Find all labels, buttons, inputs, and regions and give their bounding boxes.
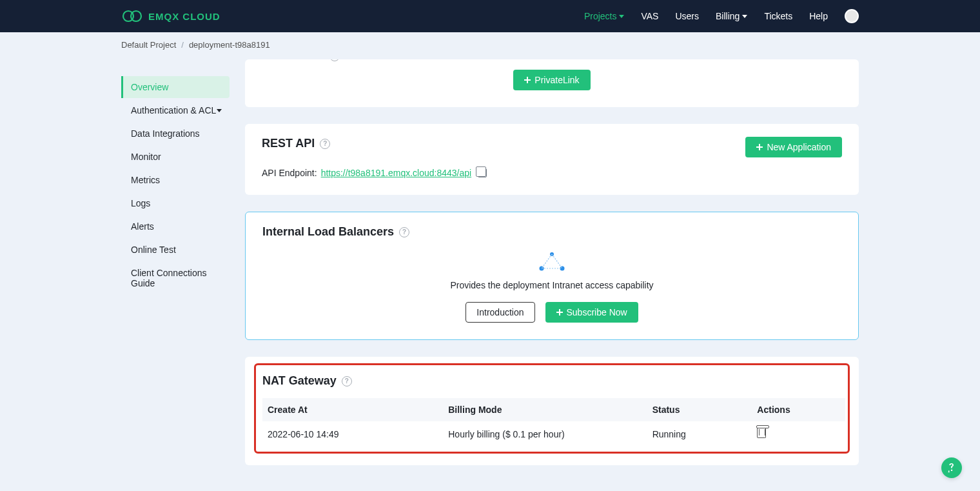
section-privatelink: PrivateLink ? PrivateLink bbox=[245, 59, 859, 107]
col-status: Status bbox=[647, 398, 752, 421]
sidebar-item-label: Client Connections Guide bbox=[131, 268, 222, 288]
introduction-button[interactable]: Introduction bbox=[466, 302, 534, 323]
section-title-cut: PrivateLink ? bbox=[262, 59, 842, 63]
privatelink-button[interactable]: PrivateLink bbox=[513, 70, 590, 90]
breadcrumb: Default Project / deployment-t98a8191 bbox=[0, 36, 980, 53]
network-icon bbox=[536, 250, 567, 272]
col-billing-mode: Billing Mode bbox=[443, 398, 647, 421]
nav-projects[interactable]: Projects bbox=[584, 11, 625, 21]
brand-name: EMQX CLOUD bbox=[148, 11, 220, 22]
nav-projects-label: Projects bbox=[584, 11, 617, 21]
sidebar-item-overview[interactable]: Overview bbox=[121, 76, 230, 98]
table-header-row: Create At Billing Mode Status Actions bbox=[262, 398, 845, 421]
table-row: 2022-06-10 14:49 Hourly billing ($ 0.1 p… bbox=[262, 421, 845, 446]
nav-right: Projects VAS Users Billing Tickets Help bbox=[584, 9, 859, 23]
col-create-at: Create At bbox=[262, 398, 443, 421]
help-icon[interactable]: ? bbox=[320, 139, 330, 149]
nat-gateway-table: Create At Billing Mode Status Actions 20… bbox=[262, 398, 845, 446]
sidebar-item-label: Overview bbox=[131, 82, 168, 92]
api-endpoint-url[interactable]: https://t98a8191.emqx.cloud:8443/api bbox=[321, 168, 472, 178]
section-rest-api: REST API ? New Application API Endpoint:… bbox=[245, 124, 859, 195]
introduction-label: Introduction bbox=[476, 307, 524, 317]
sidebar-item-monitor[interactable]: Monitor bbox=[121, 146, 230, 168]
nav-help-label: Help bbox=[809, 11, 828, 21]
section-nat-gateway-card: NAT Gateway ? Create At Billing Mode Sta… bbox=[245, 357, 859, 465]
sidebar-item-label: Logs bbox=[131, 198, 150, 208]
help-icon[interactable]: ? bbox=[342, 376, 352, 386]
sidebar-item-client-connections-guide[interactable]: Client Connections Guide bbox=[121, 262, 230, 294]
ilb-title-text: Internal Load Balancers bbox=[262, 225, 394, 239]
api-endpoint-row: API Endpoint: https://t98a8191.emqx.clou… bbox=[262, 168, 842, 178]
floating-help-button[interactable] bbox=[941, 457, 962, 478]
cell-actions bbox=[752, 421, 845, 446]
nav-tickets[interactable]: Tickets bbox=[764, 11, 792, 21]
privatelink-title-cut-text: PrivateLink bbox=[262, 59, 324, 63]
section-internal-load-balancers: Internal Load Balancers ? Provides the d… bbox=[245, 212, 859, 340]
nav-billing-label: Billing bbox=[716, 11, 740, 21]
ilb-description: Provides the deployment Intranet access … bbox=[262, 280, 841, 290]
chevron-down-icon bbox=[619, 15, 624, 18]
chevron-down-icon bbox=[742, 15, 747, 18]
nav-vas-label: VAS bbox=[641, 11, 658, 21]
section-title: Internal Load Balancers ? bbox=[262, 225, 841, 239]
sidebar-item-label: Monitor bbox=[131, 152, 161, 162]
sidebar-item-label: Metrics bbox=[131, 175, 160, 185]
svg-line-6 bbox=[552, 254, 562, 268]
help-icon[interactable]: ? bbox=[399, 227, 409, 237]
breadcrumb-separator: / bbox=[181, 40, 184, 50]
nav-help[interactable]: Help bbox=[809, 11, 828, 21]
nav-tickets-label: Tickets bbox=[764, 11, 792, 21]
sidebar-item-label: Online Test bbox=[131, 245, 176, 255]
sidebar-item-label: Authentication & ACL bbox=[131, 105, 216, 115]
sidebar: Overview Authentication & ACL Data Integ… bbox=[121, 59, 230, 296]
plus-icon bbox=[756, 144, 763, 150]
breadcrumb-current: deployment-t98a8191 bbox=[189, 40, 270, 50]
chevron-down-icon bbox=[217, 109, 222, 112]
subscribe-button[interactable]: Subscribe Now bbox=[545, 302, 638, 323]
new-application-button[interactable]: New Application bbox=[745, 137, 842, 157]
nat-gateway-highlighted: NAT Gateway ? Create At Billing Mode Sta… bbox=[254, 363, 850, 454]
copy-icon[interactable] bbox=[478, 168, 487, 177]
col-actions: Actions bbox=[752, 398, 845, 421]
help-icon[interactable]: ? bbox=[329, 59, 340, 61]
sidebar-item-label: Alerts bbox=[131, 221, 154, 232]
svg-line-5 bbox=[542, 254, 552, 268]
privatelink-button-label: PrivateLink bbox=[534, 75, 579, 85]
nav-billing[interactable]: Billing bbox=[716, 11, 747, 21]
page-body: Overview Authentication & ACL Data Integ… bbox=[0, 53, 980, 491]
cell-status: Running bbox=[647, 421, 752, 446]
subscribe-label: Subscribe Now bbox=[567, 307, 627, 317]
main-column: PrivateLink ? PrivateLink REST API ? bbox=[245, 59, 859, 482]
sidebar-item-metrics[interactable]: Metrics bbox=[121, 169, 230, 191]
nav-vas[interactable]: VAS bbox=[641, 11, 658, 21]
nav-users-label: Users bbox=[675, 11, 699, 21]
breadcrumb-root[interactable]: Default Project bbox=[121, 40, 176, 50]
sidebar-item-logs[interactable]: Logs bbox=[121, 192, 230, 214]
cell-billing-mode: Hourly billing ($ 0.1 per hour) bbox=[443, 421, 647, 446]
new-application-label: New Application bbox=[767, 142, 831, 152]
brand-logo-mark bbox=[121, 10, 143, 23]
sidebar-item-online-test[interactable]: Online Test bbox=[121, 239, 230, 261]
nav-users[interactable]: Users bbox=[675, 11, 699, 21]
sidebar-item-data-integrations[interactable]: Data Integrations bbox=[121, 123, 230, 145]
nat-title-text: NAT Gateway bbox=[262, 374, 337, 388]
section-title: NAT Gateway ? bbox=[262, 374, 845, 388]
plus-icon bbox=[524, 77, 531, 83]
avatar[interactable] bbox=[845, 9, 859, 23]
trash-icon[interactable] bbox=[757, 428, 766, 438]
sidebar-item-alerts[interactable]: Alerts bbox=[121, 215, 230, 237]
sidebar-item-auth-acl[interactable]: Authentication & ACL bbox=[121, 99, 230, 121]
cell-create-at: 2022-06-10 14:49 bbox=[262, 421, 443, 446]
svg-point-1 bbox=[131, 11, 141, 21]
top-nav: EMQX CLOUD Projects VAS Users Billing Ti… bbox=[0, 0, 980, 32]
api-endpoint-label: API Endpoint: bbox=[262, 168, 317, 178]
section-title: REST API ? bbox=[262, 137, 330, 150]
sidebar-item-label: Data Integrations bbox=[131, 128, 200, 139]
plus-icon bbox=[556, 309, 563, 316]
brand-logo[interactable]: EMQX CLOUD bbox=[121, 10, 220, 23]
rest-api-title-text: REST API bbox=[262, 137, 315, 150]
